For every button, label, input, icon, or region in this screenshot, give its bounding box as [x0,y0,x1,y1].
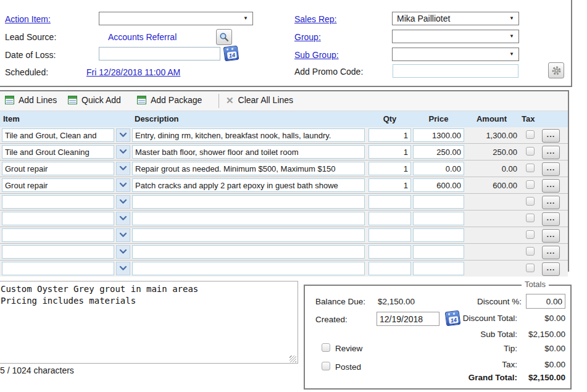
action-item-label[interactable]: Action Item: [5,14,51,24]
tax-checkbox[interactable] [526,197,535,206]
quick-add-button[interactable]: Quick Add [68,95,121,105]
sales-rep-select[interactable]: Mika Pailliotet ▼ [392,12,519,25]
add-lines-button[interactable]: Add Lines [5,95,57,105]
description-input[interactable] [132,195,365,209]
price-input[interactable] [413,145,464,159]
description-input[interactable] [132,128,365,142]
qty-input[interactable] [368,245,411,259]
description-input[interactable] [132,212,365,225]
description-input[interactable] [132,262,365,275]
char-count: 5 / 1024 characters [0,365,74,375]
price-input[interactable] [413,262,464,275]
qty-input[interactable] [368,228,411,242]
tax-checkbox[interactable] [526,164,535,172]
item-input[interactable] [2,228,114,242]
group-label[interactable]: Group: [294,32,321,42]
table-row: 0.00 ... [0,160,568,177]
tax-checkbox[interactable] [526,130,535,139]
item-input[interactable] [2,128,114,142]
sub-group-select[interactable]: ▼ [392,48,519,61]
sub-total-row: Sub Total: $2,150.00 [480,330,565,339]
item-dropdown-button[interactable] [116,245,130,259]
item-input[interactable] [2,245,114,259]
item-dropdown-button[interactable] [116,228,130,242]
scheduled-value-link[interactable]: Fri 12/28/2018 11:00 AM [86,67,180,77]
item-dropdown-button[interactable] [116,162,130,175]
qty-input[interactable] [368,212,411,225]
tax-checkbox[interactable] [526,147,535,156]
textarea-resize-grip[interactable] [289,356,296,362]
price-input[interactable] [413,128,464,142]
row-options-button[interactable]: ... [542,229,560,243]
description-input[interactable] [132,178,365,192]
item-dropdown-button[interactable] [116,128,130,142]
review-checkbox[interactable] [322,343,330,352]
notes-textarea[interactable]: Custom Oyster Grey grout in main areas P… [0,281,298,364]
tax-checkbox[interactable] [526,264,535,272]
description-input[interactable] [132,145,365,159]
action-item-select[interactable]: ▼ [99,12,253,25]
group-select[interactable]: ▼ [392,30,519,43]
price-input[interactable] [413,212,464,225]
chevron-down-icon [119,233,127,238]
sales-rep-label[interactable]: Sales Rep: [294,14,336,24]
created-date-input[interactable] [377,312,439,326]
price-input[interactable] [413,162,464,175]
item-input[interactable] [2,178,114,192]
tax-checkbox[interactable] [526,180,535,189]
row-options-button[interactable]: ... [542,129,560,143]
item-input[interactable] [2,195,114,209]
clear-all-lines-button[interactable]: ✕ Clear All Lines [226,95,293,105]
item-dropdown-button[interactable] [116,178,130,192]
qty-input[interactable] [368,145,411,159]
table-row: ... [0,227,568,243]
item-input[interactable] [2,145,114,159]
qty-input[interactable] [368,195,411,209]
discount-total-label: Discount Total: [463,314,517,323]
row-options-button[interactable]: ... [542,179,560,193]
row-options-button[interactable]: ... [542,146,560,159]
row-options-button[interactable]: ... [542,246,560,259]
price-input[interactable] [413,195,464,209]
item-dropdown-button[interactable] [116,262,130,275]
discount-pct-input[interactable] [526,294,565,309]
lead-source-value[interactable]: Accounts Referral [108,32,177,42]
row-options-button[interactable]: ... [542,162,560,176]
item-input[interactable] [2,262,114,275]
sub-group-label[interactable]: Sub Group: [294,50,339,60]
item-dropdown-button[interactable] [116,195,130,209]
qty-input[interactable] [368,262,411,275]
lead-source-search-button[interactable] [216,29,232,45]
description-input[interactable] [132,245,365,259]
tax-checkbox[interactable] [526,247,535,256]
chevron-down-icon [119,149,127,154]
qty-input[interactable] [368,128,411,142]
promo-code-input[interactable] [393,64,518,78]
row-options-button[interactable]: ... [542,262,560,276]
promo-settings-button[interactable] [548,62,564,78]
amount-value: 0.00 [466,164,517,173]
item-input[interactable] [2,162,114,175]
description-input[interactable] [132,162,365,175]
item-dropdown-button[interactable] [116,145,130,159]
table-row: ... [0,243,568,260]
created-calendar-icon[interactable]: 14 [445,311,461,327]
qty-input[interactable] [368,178,411,192]
price-input[interactable] [413,228,464,242]
qty-input[interactable] [368,162,411,175]
tax-checkbox[interactable] [526,214,535,222]
table-row: ... [0,193,568,210]
item-dropdown-button[interactable] [116,212,130,225]
date-of-loss-input[interactable] [99,47,220,60]
price-input[interactable] [413,178,464,192]
tax-checkbox[interactable] [526,230,535,239]
row-options-button[interactable]: ... [542,212,560,226]
description-input[interactable] [132,228,365,242]
item-input[interactable] [2,212,114,225]
posted-checkbox[interactable] [322,362,330,370]
calendar-icon[interactable]: 14 [223,46,239,62]
price-input[interactable] [413,245,464,259]
row-options-button[interactable]: ... [542,196,560,209]
add-package-button[interactable]: Add Package [137,95,202,105]
table-row: 250.00 ... [0,143,568,160]
